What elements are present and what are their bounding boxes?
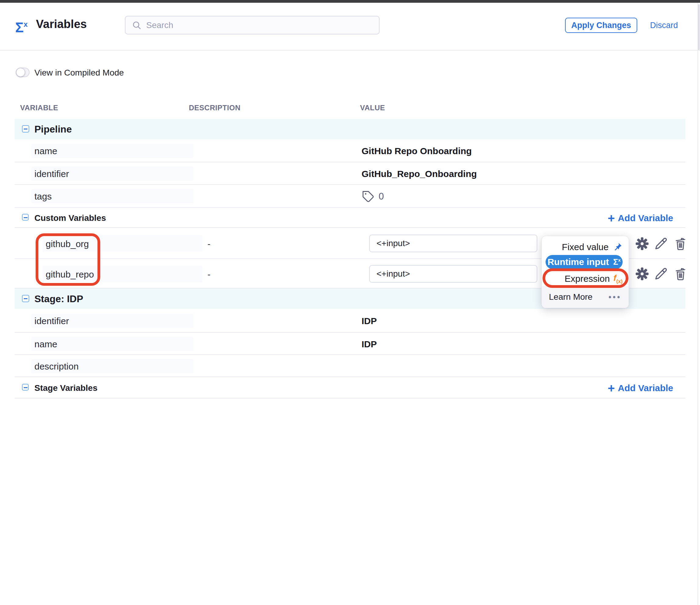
row-label: tags	[34, 191, 52, 202]
fixed-value-label: Fixed value	[562, 242, 609, 252]
settings-gear-icon[interactable]	[635, 267, 649, 281]
row-value: IDP	[361, 339, 377, 349]
apply-changes-button[interactable]: Apply Changes	[565, 18, 637, 33]
row-value: GitHub Repo Onboarding	[361, 146, 472, 156]
section-title-stage: Stage: IDP	[34, 293, 83, 305]
row-label: name	[34, 339, 57, 349]
tags-count: 0	[379, 191, 384, 202]
add-variable-button[interactable]: + Add Variable	[608, 383, 673, 393]
collapse-icon-stage[interactable]	[22, 295, 29, 302]
header-divider	[0, 50, 700, 51]
table-row: name IDP	[15, 333, 685, 355]
add-variable-button[interactable]: + Add Variable	[608, 213, 673, 223]
row-label: identifier	[34, 169, 69, 179]
menu-item-expression[interactable]: Expression f(x)	[565, 272, 623, 285]
compiled-mode-label: View in Compiled Mode	[34, 68, 124, 77]
section-row-pipeline: Pipeline	[15, 119, 685, 139]
edit-pencil-icon[interactable]	[654, 237, 668, 251]
settings-gear-icon[interactable]	[635, 237, 649, 251]
page-title: Variables	[36, 18, 87, 31]
label-bar	[31, 189, 194, 203]
scrollbar-thumb[interactable]	[698, 4, 700, 50]
table-row: tags 0	[15, 185, 685, 208]
scrollbar-track[interactable]	[698, 3, 698, 605]
column-header-variable: VARIABLE	[20, 104, 58, 112]
value-input[interactable]: <+input>	[369, 234, 538, 252]
expression-label: Expression	[565, 274, 609, 284]
discard-button[interactable]: Discard	[650, 21, 678, 30]
menu-item-fixed-value[interactable]: Fixed value	[562, 241, 623, 254]
row-value: GitHub_Repo_Onboarding	[361, 169, 477, 179]
row-description: -	[207, 269, 210, 280]
search-box[interactable]	[125, 16, 379, 34]
table-row: description	[15, 355, 685, 377]
plus-icon: +	[608, 383, 615, 393]
add-variable-label: Add Variable	[618, 213, 673, 223]
toggle-knob	[16, 68, 25, 77]
row-label: github_repo	[46, 269, 94, 280]
runtime-sigma-icon: Σx	[613, 257, 621, 267]
learn-more-link[interactable]: Learn More	[549, 292, 593, 302]
column-header-value: VALUE	[360, 104, 385, 112]
section-title-pipeline: Pipeline	[34, 124, 72, 135]
expression-fx-icon: f(x)	[614, 273, 623, 284]
more-options-dots-icon[interactable]: •••	[609, 293, 621, 302]
tag-icon	[361, 190, 375, 203]
subsection-title-custom-variables: Custom Variables	[34, 213, 106, 223]
table-row: identifier GitHub_Repo_Onboarding	[15, 162, 685, 185]
pin-icon	[612, 242, 623, 252]
runtime-sigma-logo-icon: Σx	[15, 16, 28, 36]
row-label: identifier	[34, 316, 69, 326]
value-type-dropdown: Fixed value Runtime input Σx Expression …	[542, 236, 629, 308]
column-header-description: DESCRIPTION	[189, 104, 241, 112]
subsection-row-stage-variables: Stage Variables + Add Variable	[15, 377, 685, 399]
delete-trash-icon[interactable]	[674, 267, 688, 281]
row-label: name	[34, 146, 57, 156]
collapse-icon-pipeline[interactable]	[22, 125, 29, 132]
plus-icon: +	[608, 213, 615, 223]
subsection-title-stage-variables: Stage Variables	[34, 383, 98, 393]
row-description: -	[207, 239, 210, 249]
runtime-input-label: Runtime input	[547, 257, 609, 267]
search-icon	[132, 20, 142, 30]
variables-panel: Σx Variables Apply Changes Discard View …	[0, 0, 700, 605]
window-top-bar	[0, 0, 700, 3]
value-input[interactable]: <+input>	[369, 265, 538, 283]
row-value: IDP	[361, 316, 377, 326]
menu-item-runtime-input[interactable]: Runtime input Σx	[546, 255, 623, 269]
collapse-icon-stage-variables[interactable]	[22, 384, 29, 390]
add-variable-label: Add Variable	[618, 383, 673, 393]
collapse-icon-custom-variables[interactable]	[22, 214, 29, 221]
search-input[interactable]	[146, 20, 372, 30]
table-row: identifier IDP	[15, 309, 685, 333]
dropdown-footer: Learn More •••	[542, 286, 629, 308]
delete-trash-icon[interactable]	[674, 237, 688, 251]
row-label: description	[34, 361, 79, 372]
compiled-mode-toggle[interactable]	[16, 68, 29, 77]
table-row: name GitHub Repo Onboarding	[15, 139, 685, 162]
subsection-row-custom-variables: Custom Variables + Add Variable	[15, 208, 685, 228]
row-label: github_org	[46, 239, 89, 249]
edit-pencil-icon[interactable]	[654, 267, 668, 281]
